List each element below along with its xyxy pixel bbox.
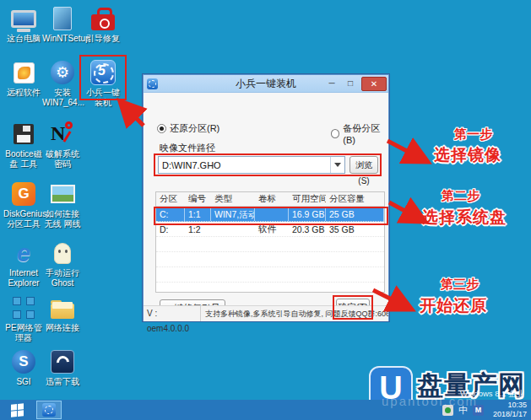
image-path-label: 映像文件路径 [160, 142, 215, 154]
table-row-c[interactable]: C: 1:1 WIN7,活动 16.9 GB 25 GB [156, 207, 384, 222]
col-number: 编号 [185, 193, 211, 205]
table-empty-row[interactable] [156, 252, 384, 267]
desktop-icon-pe-network[interactable]: PE网络管理器 [3, 294, 44, 342]
network-folder-icon [48, 294, 77, 321]
dialog-titlebar[interactable]: 小兵一键装机 ─ □ ✕ [144, 75, 388, 93]
radio-selected-icon [157, 124, 166, 133]
desktop-icon-ghost[interactable]: 手动运行 Ghost [42, 240, 83, 288]
col-partition: 分区 [156, 193, 185, 205]
step3-title: 第三步 [441, 277, 479, 293]
icon-label: SGI [3, 377, 44, 387]
step1-subtitle: 选择镜像 [434, 144, 501, 166]
tray-hardware-icon[interactable] [442, 405, 453, 416]
dialog-body: 还原分区(R) 备份分区(B) 映像文件路径 D:\WIN7.GHO 浏览(S)… [144, 93, 388, 321]
arrow-step2 [389, 202, 422, 220]
desktop-icon-winntsetup[interactable]: WinNTSetup [42, 5, 83, 44]
icon-label: 远程软件 [3, 88, 44, 98]
desktop-icon-boot-repair[interactable]: 引导修复 [83, 5, 123, 44]
xiaobing-installer-icon: 5 [89, 59, 117, 86]
chevron-down-icon[interactable] [330, 157, 344, 173]
thunder-download-icon [48, 348, 77, 375]
clock-date: 2018/1/17 [493, 410, 527, 419]
ie-icon: e [9, 240, 38, 267]
desktop: 这台电脑 WinNTSetup 引导修复 远程软件 ⚙ 安装 WIN7_64..… [0, 0, 531, 420]
table-row-d[interactable]: D: 1:2 软件 20.3 GB 35 GB [156, 222, 384, 237]
desktop-icon-thunder[interactable]: 迅雷下载 [42, 348, 83, 387]
tray-m-icon[interactable]: M [473, 405, 484, 416]
minimize-icon[interactable]: ─ [322, 77, 341, 90]
close-icon[interactable]: ✕ [361, 77, 387, 91]
status-message: 支持多种镜像,多系统引导自动修复, 问题反馈QQ群:606616468 [201, 306, 388, 321]
col-type: 类型 [211, 193, 255, 205]
bootice-disk-icon [9, 121, 38, 148]
pe-network-icon [9, 294, 38, 321]
icon-label: PE网络管理器 [3, 323, 44, 342]
desktop-icon-diskgenius[interactable]: G DiskGenius 分区工具 [3, 180, 44, 229]
diskgenius-icon: G [9, 180, 38, 207]
icon-label: 破解系统密码 [42, 149, 83, 169]
icon-label: 手动运行 Ghost [42, 268, 83, 288]
browse-button[interactable]: 浏览(S) [349, 156, 378, 174]
taskbar-app-xiaobing[interactable] [36, 401, 62, 419]
desktop-icon-xiaobing-installer[interactable]: 5 小兵一键装机 [83, 59, 123, 107]
password-crack-icon: N [48, 121, 77, 148]
icon-label: Bootice磁盘 工具 [3, 149, 44, 169]
desktop-icon-bootice[interactable]: Bootice磁盘 工具 [3, 121, 44, 169]
sgi-icon: S [9, 348, 38, 375]
radio-restore-partition[interactable]: 还原分区(R) [157, 122, 219, 135]
table-header-row: 分区 编号 类型 卷标 可用空间 分区容量 [156, 192, 384, 207]
step3-subtitle: 开始还原 [420, 295, 487, 317]
dialog-statusbar: V : oem4.0.0.0 支持多种镜像,多系统引导自动修复, 问题反馈QQ群… [144, 305, 388, 321]
wireless-help-icon [48, 180, 77, 207]
arrow-step1 [387, 141, 425, 160]
windows-logo-icon [11, 403, 24, 417]
desktop-icon-internet-explorer[interactable]: e Internet Explorer [3, 240, 44, 288]
radio-restore-label: 还原分区(R) [170, 122, 219, 135]
step1-title: 第一步 [454, 127, 492, 143]
partition-table: 分区 编号 类型 卷标 可用空间 分区容量 C: 1:1 WIN7,活动 16.… [155, 191, 385, 293]
taskbar-clock[interactable]: 10:35 2018/1/17 [493, 401, 527, 420]
radio-unselected-icon [331, 129, 339, 138]
col-volume: 卷标 [255, 193, 289, 205]
desktop-icon-wireless-help[interactable]: 如何连接无线 网线 [42, 180, 83, 229]
xiaobing-taskbar-icon [42, 403, 56, 417]
clock-time: 10:35 [493, 401, 527, 410]
ghost-icon [48, 240, 77, 267]
icon-label: 小兵一键装机 [83, 88, 123, 107]
version-text: V : oem4.0.0.0 [144, 306, 201, 321]
boot-repair-icon [89, 5, 117, 32]
desktop-icon-sgi[interactable]: S SGI [3, 348, 44, 387]
desktop-icon-remote-software[interactable]: 远程软件 [3, 59, 44, 98]
icon-label: 这台电脑 [3, 34, 44, 44]
arrow-to-icon [122, 104, 144, 126]
table-empty-row[interactable] [156, 283, 384, 293]
step2-title: 第二步 [442, 188, 480, 204]
start-button[interactable] [0, 400, 34, 420]
icon-label: 如何连接无线 网线 [42, 209, 83, 229]
radio-backup-partition[interactable]: 备份分区(B) [331, 122, 388, 145]
image-path-value: D:\WIN7.GHO [159, 160, 330, 170]
icon-label: 引导修复 [83, 34, 123, 44]
maximize-icon[interactable]: □ [341, 77, 360, 90]
icon-label: 迅雷下载 [42, 377, 83, 387]
taskbar: 中 M 10:35 2018/1/17 [0, 400, 531, 420]
winntsetup-icon [48, 5, 77, 32]
table-empty-row[interactable] [156, 237, 384, 252]
remote-software-icon [9, 59, 38, 86]
table-empty-row[interactable] [156, 267, 384, 283]
desktop-icon-network-folder[interactable]: 网络连接 [42, 294, 83, 333]
install-win7-icon: ⚙ [48, 59, 77, 86]
image-path-combobox[interactable]: D:\WIN7.GHO [158, 156, 345, 174]
tray-input-method-icon[interactable]: 中 [458, 405, 469, 416]
icon-label: Internet Explorer [3, 268, 44, 288]
desktop-icon-this-pc[interactable]: 这台电脑 [3, 5, 44, 44]
desktop-icon-install-win7[interactable]: ⚙ 安装 WIN7_64... [42, 59, 83, 107]
step2-subtitle: 选择系统盘 [422, 207, 507, 229]
desktop-icon-password-crack[interactable]: N 破解系统密码 [42, 121, 83, 169]
col-free-space: 可用空间 [289, 193, 326, 205]
radio-backup-label: 备份分区(B) [343, 122, 388, 145]
icon-label: WinNTSetup [42, 34, 83, 44]
icon-label: DiskGenius 分区工具 [3, 209, 44, 229]
installer-dialog: 小兵一键装机 ─ □ ✕ 还原分区(R) 备份分区(B) 映像文件路径 D:\W… [143, 74, 389, 321]
icon-label: 安装 WIN7_64... [42, 88, 83, 107]
